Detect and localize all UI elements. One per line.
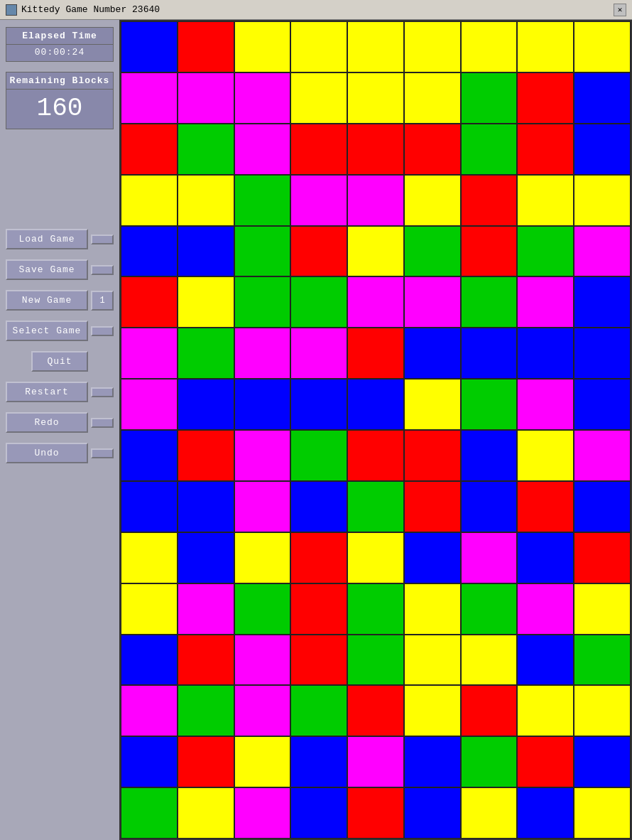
grid-cell[interactable] <box>404 583 461 635</box>
grid-cell[interactable] <box>121 481 178 532</box>
grid-cell[interactable] <box>290 787 347 839</box>
grid-cell[interactable] <box>290 685 347 736</box>
grid-cell[interactable] <box>347 532 404 583</box>
grid-cell[interactable] <box>121 175 178 226</box>
grid-cell[interactable] <box>461 21 518 72</box>
grid-cell[interactable] <box>461 379 518 430</box>
grid-cell[interactable] <box>121 685 178 736</box>
grid-cell[interactable] <box>574 532 631 583</box>
grid-cell[interactable] <box>290 72 347 124</box>
grid-cell[interactable] <box>574 72 631 124</box>
grid-cell[interactable] <box>461 72 518 124</box>
grid-cell[interactable] <box>178 583 234 635</box>
grid-cell[interactable] <box>234 635 291 686</box>
grid-cell[interactable] <box>404 124 461 175</box>
grid-cell[interactable] <box>234 787 291 839</box>
grid-cell[interactable] <box>347 328 404 379</box>
grid-cell[interactable] <box>517 226 574 277</box>
grid-cell[interactable] <box>290 276 347 328</box>
grid-cell[interactable] <box>517 124 574 175</box>
grid-cell[interactable] <box>347 787 404 839</box>
close-button[interactable]: ✕ <box>614 4 626 16</box>
grid-cell[interactable] <box>404 532 461 583</box>
grid-cell[interactable] <box>574 124 631 175</box>
grid-cell[interactable] <box>347 124 404 175</box>
grid-cell[interactable] <box>461 430 518 481</box>
grid-cell[interactable] <box>574 736 631 787</box>
undo-button[interactable]: Undo <box>6 443 88 463</box>
grid-cell[interactable] <box>461 532 518 583</box>
grid-cell[interactable] <box>574 328 631 379</box>
grid-cell[interactable] <box>347 430 404 481</box>
grid-cell[interactable] <box>290 430 347 481</box>
grid-cell[interactable] <box>290 532 347 583</box>
grid-cell[interactable] <box>347 736 404 787</box>
grid-cell[interactable] <box>290 226 347 277</box>
grid-cell[interactable] <box>347 175 404 226</box>
grid-cell[interactable] <box>347 635 404 686</box>
grid-cell[interactable] <box>461 226 518 277</box>
grid-cell[interactable] <box>517 379 574 430</box>
grid-cell[interactable] <box>121 328 178 379</box>
grid-cell[interactable] <box>121 787 178 839</box>
grid-cell[interactable] <box>121 124 178 175</box>
grid-cell[interactable] <box>461 124 518 175</box>
grid-cell[interactable] <box>461 328 518 379</box>
grid-cell[interactable] <box>234 379 291 430</box>
grid-cell[interactable] <box>404 226 461 277</box>
grid-cell[interactable] <box>461 787 518 839</box>
grid-cell[interactable] <box>404 328 461 379</box>
grid-cell[interactable] <box>121 379 178 430</box>
grid-cell[interactable] <box>347 276 404 328</box>
grid-cell[interactable] <box>461 736 518 787</box>
grid-cell[interactable] <box>121 226 178 277</box>
grid-cell[interactable] <box>290 583 347 635</box>
grid-cell[interactable] <box>290 379 347 430</box>
grid-cell[interactable] <box>178 379 234 430</box>
grid-cell[interactable] <box>574 583 631 635</box>
grid-cell[interactable] <box>290 481 347 532</box>
grid-cell[interactable] <box>404 175 461 226</box>
grid-cell[interactable] <box>404 787 461 839</box>
grid-cell[interactable] <box>178 685 234 736</box>
grid-cell[interactable] <box>178 430 234 481</box>
grid-cell[interactable] <box>121 532 178 583</box>
grid-cell[interactable] <box>121 635 178 686</box>
grid-cell[interactable] <box>347 481 404 532</box>
grid-cell[interactable] <box>178 328 234 379</box>
grid-cell[interactable] <box>404 379 461 430</box>
grid-cell[interactable] <box>178 635 234 686</box>
grid-cell[interactable] <box>178 175 234 226</box>
grid-cell[interactable] <box>517 787 574 839</box>
redo-button[interactable]: Redo <box>6 412 88 433</box>
restart-button[interactable]: Restart <box>6 382 88 402</box>
grid-cell[interactable] <box>574 276 631 328</box>
grid-cell[interactable] <box>234 124 291 175</box>
grid-cell[interactable] <box>461 481 518 532</box>
grid-cell[interactable] <box>517 532 574 583</box>
grid-cell[interactable] <box>178 532 234 583</box>
grid-cell[interactable] <box>517 583 574 635</box>
grid-cell[interactable] <box>234 175 291 226</box>
save-game-button[interactable]: Save Game <box>6 259 88 280</box>
grid-cell[interactable] <box>234 328 291 379</box>
grid-cell[interactable] <box>347 379 404 430</box>
grid-cell[interactable] <box>178 276 234 328</box>
grid-cell[interactable] <box>347 72 404 124</box>
grid-cell[interactable] <box>574 175 631 226</box>
undo-slot[interactable] <box>91 448 114 458</box>
grid-cell[interactable] <box>178 72 234 124</box>
grid-cell[interactable] <box>290 21 347 72</box>
grid-cell[interactable] <box>404 276 461 328</box>
grid-cell[interactable] <box>234 481 291 532</box>
grid-cell[interactable] <box>404 21 461 72</box>
grid-cell[interactable] <box>234 276 291 328</box>
grid-cell[interactable] <box>461 635 518 686</box>
grid-cell[interactable] <box>461 175 518 226</box>
grid-cell[interactable] <box>461 276 518 328</box>
grid-cell[interactable] <box>517 685 574 736</box>
grid-cell[interactable] <box>574 226 631 277</box>
grid-cell[interactable] <box>178 787 234 839</box>
grid-cell[interactable] <box>574 787 631 839</box>
grid-cell[interactable] <box>517 635 574 686</box>
